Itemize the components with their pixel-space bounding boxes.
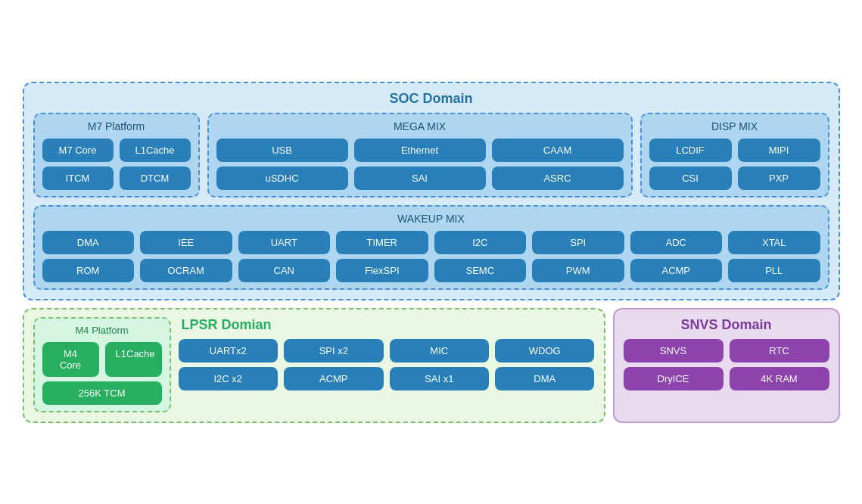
m7-row1: M7 Core L1Cache xyxy=(42,138,191,162)
chip-sai: SAI xyxy=(354,166,486,190)
chip-caam: CAAM xyxy=(492,138,624,162)
chip-dryice: DryICE xyxy=(624,367,724,390)
snvs-title: SNVS Domain xyxy=(624,317,829,333)
chip-timer: TIMER xyxy=(336,231,428,254)
snvs-row1: SNVS RTC xyxy=(624,339,829,362)
chip-spix2: SPI x2 xyxy=(284,339,383,362)
disp-row2: CSI PXP xyxy=(649,166,820,190)
chip-256ktcm: 256K TCM xyxy=(42,381,162,405)
disp-mix: DISP MIX LCDIF MIPI CSI PXP xyxy=(640,113,829,198)
disp-title: DISP MIX xyxy=(649,120,820,132)
chip-pll: PLL xyxy=(728,259,820,282)
chip-xtal: XTAL xyxy=(728,231,820,254)
chip-m4core: M4 Core xyxy=(42,342,99,377)
chip-lpsr-acmp: ACMP xyxy=(284,367,383,390)
chip-m4-l1cache: L1Cache xyxy=(105,342,162,377)
chip-saix1: SAI x1 xyxy=(390,367,489,390)
chip-semc: SEMC xyxy=(434,259,527,282)
wakeup-row2: ROM OCRAM CAN FlexSPI SEMC PWM ACMP PLL xyxy=(42,259,820,282)
m4-platform: M4 Platform M4 Core L1Cache 256K TCM xyxy=(33,317,171,412)
chip-pwm: PWM xyxy=(532,259,624,282)
m4-row2: 256K TCM xyxy=(42,381,162,405)
bottom-row: M4 Platform M4 Core L1Cache 256K TCM LPS… xyxy=(23,308,840,423)
chip-i2cx2: I2C x2 xyxy=(179,367,278,390)
chip-iee: IEE xyxy=(140,231,232,254)
chip-rom: ROM xyxy=(42,259,135,282)
soc-top-row: M7 Platform M7 Core L1Cache ITCM DTCM ME… xyxy=(33,113,829,198)
m7-row2: ITCM DTCM xyxy=(42,166,191,190)
chip-spi: SPI xyxy=(532,231,624,254)
chip-uartx2: UARTx2 xyxy=(179,339,278,362)
chip-mic: MIC xyxy=(390,339,489,362)
mega-title: MEGA MIX xyxy=(216,120,624,132)
chip-can: CAN xyxy=(238,259,331,282)
chip-adc: ADC xyxy=(630,231,723,254)
diagram-container: SOC Domain M7 Platform M7 Core L1Cache I… xyxy=(15,74,848,431)
chip-uart: UART xyxy=(238,231,331,254)
snvs-domain: SNVS Domain SNVS RTC DryICE 4K RAM xyxy=(613,308,840,423)
m4-row1: M4 Core L1Cache xyxy=(42,342,162,377)
lpsr-row2: I2C x2 ACMP SAI x1 DMA xyxy=(179,367,595,390)
chip-mipi: MIPI xyxy=(738,138,820,162)
chip-m7core: M7 Core xyxy=(42,138,114,162)
mega-mix: MEGA MIX USB Ethernet CAAM uSDHC SAI ASR… xyxy=(207,113,633,198)
m7-title: M7 Platform xyxy=(42,120,191,132)
chip-4kram: 4K RAM xyxy=(730,367,829,390)
chip-snvs: SNVS xyxy=(624,339,724,362)
chip-usdhc: uSDHC xyxy=(216,166,348,190)
chip-rtc: RTC xyxy=(730,339,829,362)
wakeup-mix: WAKEUP MIX DMA IEE UART TIMER I2C SPI AD… xyxy=(33,205,829,290)
lpsr-title: LPSR Domian xyxy=(179,317,595,333)
chip-usb: USB xyxy=(216,138,348,162)
chip-lpsr-dma: DMA xyxy=(495,367,594,390)
chip-itcm: ITCM xyxy=(42,166,114,190)
lpsr-content: LPSR Domian UARTx2 SPI x2 MIC WDOG I2C x… xyxy=(179,317,595,412)
chip-flexspi: FlexSPI xyxy=(336,259,428,282)
chip-pxp: PXP xyxy=(738,166,820,190)
chip-ethernet: Ethernet xyxy=(354,138,486,162)
chip-wdog: WDOG xyxy=(495,339,594,362)
chip-dma: DMA xyxy=(42,231,135,254)
m7-platform: M7 Platform M7 Core L1Cache ITCM DTCM xyxy=(33,113,200,198)
soc-domain: SOC Domain M7 Platform M7 Core L1Cache I… xyxy=(23,82,840,300)
m4-title: M4 Platform xyxy=(42,325,162,336)
chip-acmp: ACMP xyxy=(630,259,723,282)
chip-csi: CSI xyxy=(649,166,732,190)
disp-row1: LCDIF MIPI xyxy=(649,138,820,162)
lpsr-domain: M4 Platform M4 Core L1Cache 256K TCM LPS… xyxy=(23,308,605,423)
soc-title: SOC Domain xyxy=(33,91,829,107)
chip-asrc: ASRC xyxy=(492,166,624,190)
snvs-row2: DryICE 4K RAM xyxy=(624,367,829,390)
chip-dtcm: DTCM xyxy=(120,166,191,190)
wakeup-title: WAKEUP MIX xyxy=(42,213,820,225)
chip-lcdif: LCDIF xyxy=(649,138,732,162)
wakeup-row1: DMA IEE UART TIMER I2C SPI ADC XTAL xyxy=(42,231,820,254)
chip-l1cache: L1Cache xyxy=(120,138,191,162)
lpsr-row1: UARTx2 SPI x2 MIC WDOG xyxy=(179,339,595,362)
chip-i2c: I2C xyxy=(434,231,527,254)
mega-row1: USB Ethernet CAAM xyxy=(216,138,624,162)
mega-row2: uSDHC SAI ASRC xyxy=(216,166,624,190)
chip-ocram: OCRAM xyxy=(140,259,232,282)
